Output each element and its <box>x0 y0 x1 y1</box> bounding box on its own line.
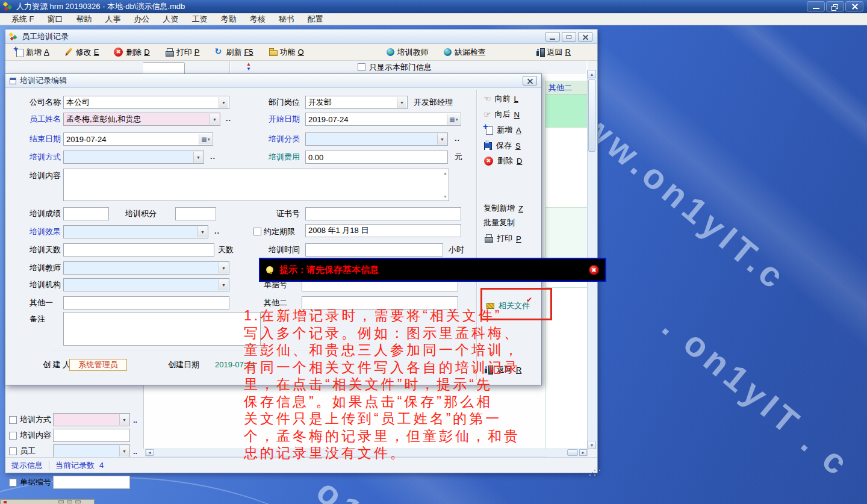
employee-combo[interactable]: 孟冬梅,童彭仙,和贵忠 <box>63 113 220 126</box>
chevron-down-icon[interactable] <box>119 446 129 456</box>
score-input[interactable] <box>63 207 109 220</box>
return-button[interactable]: 返回R <box>533 46 573 59</box>
filter-checkbox[interactable] <box>9 432 17 440</box>
minimize-button[interactable] <box>807 1 825 11</box>
method-combo[interactable] <box>63 151 204 164</box>
alert-close-button[interactable] <box>589 265 599 275</box>
menu-item-window[interactable]: 窗口 <box>41 14 70 25</box>
filter-combo[interactable] <box>53 413 130 426</box>
close-button[interactable] <box>845 1 863 11</box>
note-label: 备注 <box>30 313 45 326</box>
grid-cell-selected[interactable] <box>545 95 588 128</box>
scroll-down-icon[interactable]: ▼ <box>443 194 447 199</box>
deadline-input[interactable]: 2008 年1 月18 日 <box>305 224 461 237</box>
category-combo[interactable] <box>305 132 448 146</box>
points-input[interactable] <box>175 207 216 220</box>
department-combo[interactable]: 开发部 <box>305 96 408 109</box>
trainers-button[interactable]: 培训教师 <box>384 46 431 59</box>
deadline-checkbox[interactable] <box>253 228 261 235</box>
organization-combo[interactable] <box>63 278 229 291</box>
chevron-down-icon[interactable] <box>193 152 203 163</box>
print-record-button[interactable]: 打印P <box>483 233 521 244</box>
calendar-icon[interactable] <box>447 114 460 125</box>
menu-item-config[interactable]: 配置 <box>301 14 330 25</box>
teacher-combo[interactable] <box>63 261 229 275</box>
chevron-down-icon[interactable] <box>437 134 447 145</box>
menu-item-secretary[interactable]: 秘书 <box>272 14 301 25</box>
chevron-down-icon[interactable] <box>397 97 406 108</box>
delete-record-button[interactable]: 删除D <box>483 155 522 166</box>
effect-combo[interactable] <box>63 225 208 238</box>
chevron-down-icon[interactable] <box>219 97 228 108</box>
modify-button[interactable]: 修改E <box>61 46 102 59</box>
chevron-down-icon[interactable] <box>219 279 228 290</box>
certificate-input[interactable] <box>305 207 461 220</box>
scroll-up-button[interactable] <box>588 70 596 78</box>
filter-combo[interactable] <box>53 444 130 458</box>
print-button[interactable]: 打印P <box>162 46 202 59</box>
child-close-button[interactable] <box>578 32 592 42</box>
restore-button[interactable] <box>826 1 844 11</box>
scroll-down-button[interactable] <box>588 441 596 449</box>
chevron-down-icon[interactable] <box>119 414 129 425</box>
dept-only-checkbox[interactable] <box>358 63 365 71</box>
add-record-button[interactable]: 新增A <box>483 125 521 135</box>
refresh-button[interactable]: 刷新F5 <box>211 46 255 59</box>
note-textarea[interactable] <box>63 312 261 346</box>
other1-label: 其他一 <box>30 296 53 310</box>
scroll-right-button[interactable] <box>579 449 587 456</box>
filter-input[interactable] <box>53 476 130 489</box>
child-minimize-button[interactable] <box>545 32 560 42</box>
end-date-input[interactable]: 2019-07-24 <box>63 132 213 146</box>
creator-value[interactable]: 系统管理员 <box>69 359 127 371</box>
category-more-button[interactable]: .. <box>455 132 460 146</box>
menu-item-system[interactable]: 系统 F <box>5 14 41 25</box>
filter-input[interactable] <box>53 429 130 442</box>
method-more-button[interactable]: .. <box>210 151 216 164</box>
grid-cell[interactable] <box>545 128 588 208</box>
menu-item-assessment[interactable]: 考核 <box>243 14 272 25</box>
scroll-up-icon[interactable]: ▲ <box>443 171 447 175</box>
grid-column-header[interactable]: 其他二 <box>545 81 588 95</box>
resize-grip[interactable] <box>594 470 595 471</box>
copy-add-button[interactable]: 复制新增Z <box>483 203 523 214</box>
filter-checkbox[interactable] <box>9 479 17 487</box>
other1-input[interactable] <box>63 296 229 310</box>
child-restore-button[interactable] <box>562 32 576 42</box>
more-button[interactable]: .. <box>133 415 137 425</box>
dialog-close-button[interactable] <box>523 76 537 86</box>
forward-button[interactable]: ☜向前L <box>483 93 518 104</box>
days-input[interactable] <box>63 243 214 257</box>
fee-input[interactable]: 0.00 <box>305 151 448 164</box>
scrollbar-thumb[interactable] <box>588 79 595 152</box>
leak-check-button[interactable]: 缺漏检查 <box>441 46 488 59</box>
chevron-down-icon[interactable] <box>210 114 219 125</box>
background-window-sliver[interactable] <box>0 499 95 504</box>
hours-input[interactable] <box>305 243 443 257</box>
employee-more-button[interactable]: .. <box>226 113 231 126</box>
company-combo[interactable]: 本公司 <box>63 96 229 109</box>
filter-checkbox[interactable] <box>9 447 17 455</box>
filter-checkbox[interactable] <box>9 416 17 424</box>
content-textarea[interactable]: ▲ ▼ <box>63 169 449 201</box>
menu-item-office[interactable]: 办公 <box>128 14 157 25</box>
function-button[interactable]: 功能O <box>266 46 306 59</box>
menu-item-talent[interactable]: 人资 <box>157 14 185 25</box>
save-button[interactable]: 保存S <box>483 140 521 151</box>
scroll-left-button[interactable] <box>146 449 154 456</box>
menu-item-help[interactable]: 帮助 <box>70 14 99 25</box>
chevron-down-icon[interactable] <box>219 263 228 273</box>
menu-item-attendance[interactable]: 考勤 <box>214 14 243 25</box>
delete-button[interactable]: 删除D <box>111 46 152 59</box>
backward-button[interactable]: ☞向后N <box>483 109 520 120</box>
menu-item-hr[interactable]: 人事 <box>99 14 128 25</box>
batch-copy-button[interactable]: 批量复制 <box>483 217 515 228</box>
more-button[interactable]: .. <box>133 447 137 456</box>
menu-item-salary[interactable]: 工资 <box>185 14 214 25</box>
refresh-icon <box>214 48 223 57</box>
start-date-input[interactable]: 2019-07-24 <box>305 113 461 126</box>
chevron-down-icon[interactable] <box>197 226 207 237</box>
add-button[interactable]: 新增A <box>11 46 52 59</box>
calendar-icon[interactable] <box>199 134 212 145</box>
effect-more-button[interactable]: .. <box>214 225 220 238</box>
